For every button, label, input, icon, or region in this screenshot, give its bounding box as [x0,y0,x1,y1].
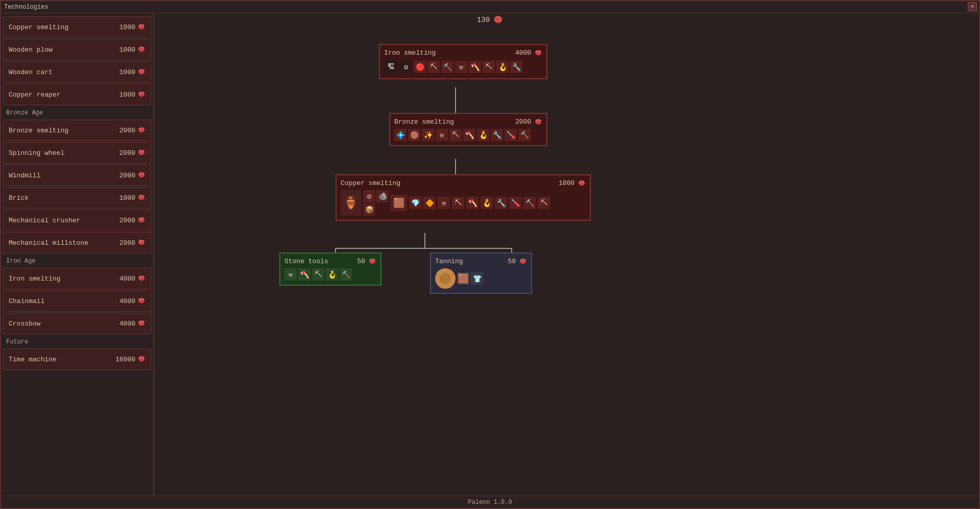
section-bronze-age: Bronze Age [1,106,153,119]
sidebar-item-copper-reaper[interactable]: Copper reaper 1000 [3,84,151,105]
sidebar-item-bronze-smelting[interactable]: Bronze smelting 2000 [3,120,151,141]
brain-icon [137,127,146,134]
svg-point-27 [440,273,450,284]
svg-point-5 [138,127,145,132]
sidebar-item-brick[interactable]: Brick 1000 [3,187,151,209]
sidebar-item-crossbow[interactable]: Crossbow 4000 [3,313,151,334]
tech-node-bronze-smelting[interactable]: Bronze smelting 2000 💠 🟤 ✨ ⚒ ⛏ 🪓 🪝 🔧 [389,113,547,146]
main-window: Technologies × 130 Copper smelting 1000 [0,0,980,509]
svg-point-22 [535,119,541,124]
connector-lines [154,13,979,496]
svg-point-9 [138,217,145,222]
svg-point-4 [138,91,145,97]
brain-icon-node [534,119,542,126]
svg-point-6 [138,150,145,155]
sidebar-item-time-machine[interactable]: Time machine 16000 [3,349,151,370]
svg-point-14 [138,356,145,361]
brain-icon [137,239,146,246]
sidebar-item-wooden-cart[interactable]: Wooden cart 1000 [3,61,151,83]
svg-point-25 [520,259,526,264]
brain-icon [137,172,146,179]
section-iron-age: Iron Age [1,254,153,267]
svg-point-23 [579,180,585,186]
brain-icon-node [519,258,527,265]
svg-point-8 [138,195,145,200]
tech-node-iron-smelting[interactable]: Iron smelting 4000 🏗 ⚙ 🔴 ⛏ 🔨 ⚒ 🪓 [379,44,547,79]
svg-point-11 [138,275,145,281]
sidebar: Copper smelting 1000 Wooden plow 1000 [1,13,154,496]
sidebar-item-mechanical-millstone[interactable]: Mechanical millstone 2000 [3,232,151,253]
version-text: Paleon 1.0.0 [468,499,512,506]
bottom-bar: Paleon 1.0.0 [1,496,979,508]
brain-icon [137,217,146,224]
tech-node-copper-smelting[interactable]: Copper smelting 1000 🏺 ⚙ 🪨 [336,174,591,221]
brain-icon-node [578,180,586,187]
svg-point-12 [138,298,145,303]
tech-node-stone-tools[interactable]: Stone tools 50 ⚒ 🪓 ⛏ 🪝 🔨 [279,252,381,286]
content-area: Iron smelting 4000 🏗 ⚙ 🔴 ⛏ 🔨 ⚒ 🪓 [154,13,979,496]
brain-icon [137,275,146,282]
svg-point-24 [369,259,375,264]
window-title: Technologies [4,4,48,11]
sidebar-item-iron-smelting[interactable]: Iron smelting 4000 [3,268,151,289]
svg-point-1 [138,24,145,29]
brain-icon [137,297,146,305]
svg-point-7 [138,172,145,177]
tech-node-tanning[interactable]: Tanning 50 🟫 👕 [430,252,532,294]
svg-point-3 [138,69,145,74]
sidebar-item-copper-smelting[interactable]: Copper smelting 1000 [3,16,151,38]
svg-point-2 [138,47,145,52]
brain-icon [137,356,146,363]
brain-icon [137,149,146,156]
brain-icon [137,320,146,327]
svg-point-21 [535,50,541,55]
sidebar-item-windmill[interactable]: Windmill 2000 [3,165,151,186]
svg-point-13 [138,320,145,326]
brain-icon [137,24,146,31]
close-button[interactable]: × [968,2,977,11]
sidebar-item-chainmail[interactable]: Chainmail 4000 [3,290,151,312]
brain-icon [137,194,146,201]
sidebar-item-spinning-wheel[interactable]: Spinning wheel 2000 [3,142,151,164]
brain-icon-node [368,258,376,265]
brain-icon [137,91,146,98]
brain-icon-node [534,50,542,57]
brain-icon [137,68,146,76]
section-future: Future [1,335,153,348]
sidebar-item-mechanical-crusher[interactable]: Mechanical crusher 2000 [3,210,151,231]
sidebar-item-wooden-plow[interactable]: Wooden plow 1000 [3,39,151,60]
brain-icon [137,46,146,53]
svg-point-10 [138,240,145,245]
title-bar: Technologies × [1,1,979,13]
